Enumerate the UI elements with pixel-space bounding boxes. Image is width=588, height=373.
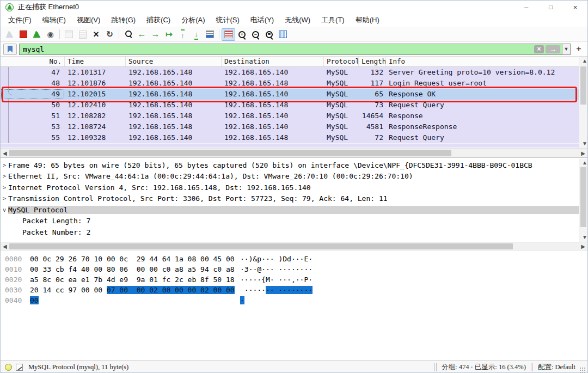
scroll-right-icon[interactable]: ▶ (581, 244, 585, 249)
hex-selected-bytes[interactable]: 07 00 00 02 00 00 00 02 00 00 (107, 286, 235, 294)
maximize-button[interactable]: □ (538, 1, 563, 14)
restart-capture-button[interactable] (30, 28, 44, 41)
detail-line[interactable]: >Ethernet II, Src: VMware_44:64:1a (00:0… (1, 171, 587, 182)
hex-ascii[interactable]: ·····{M· ···,··P· (240, 274, 313, 285)
capture-options-button[interactable] (44, 28, 57, 41)
minimize-button[interactable]: – (514, 1, 538, 14)
scrollbar-thumb[interactable] (9, 150, 451, 156)
menu-item[interactable]: 跳转(G) (106, 14, 141, 27)
hex-bytes[interactable]: 20 14 cc 97 00 00 07 00 00 02 00 00 00 0… (30, 285, 232, 295)
packet-row-51[interactable]: 5112.108282192.168.165.148192.168.165.14… (1, 111, 587, 121)
go-back-button[interactable] (135, 28, 149, 41)
scrollbar-thumb[interactable] (9, 243, 513, 249)
go-forward-button[interactable] (149, 28, 162, 41)
reload-button[interactable] (103, 28, 117, 41)
packet-row-50[interactable]: 5012.102410192.168.165.140192.168.165.14… (1, 100, 587, 111)
hex-bytes[interactable]: 00 33 cb f4 40 00 80 06 00 00 c0 a8 a5 9… (30, 264, 232, 274)
hex-bytes[interactable]: 00 (30, 295, 232, 305)
colorize-button[interactable] (222, 28, 235, 41)
menu-item[interactable]: 无线(W) (279, 14, 316, 27)
expand-icon[interactable]: > (1, 173, 8, 180)
find-packet-button[interactable] (121, 28, 135, 41)
column-header-source[interactable]: Source (126, 57, 222, 66)
details-vertical-scrollbar[interactable]: ▲ ▼ (579, 158, 587, 242)
resize-columns-button[interactable] (276, 28, 290, 41)
detail-line[interactable]: Packet Number: 2 (1, 227, 587, 238)
add-filter-button[interactable]: + (573, 44, 585, 55)
column-header-time[interactable]: Time (65, 57, 126, 66)
detail-line[interactable]: >Frame 49: 65 bytes on wire (520 bits), … (1, 160, 587, 171)
detail-line[interactable]: >Internet Protocol Version 4, Src: 192.1… (1, 182, 587, 193)
scroll-up-icon[interactable]: ▲ (582, 58, 587, 64)
scroll-right-icon[interactable]: ▶ (581, 151, 585, 156)
auto-scroll-button[interactable] (203, 28, 217, 41)
column-header-protocol[interactable]: Protocol (324, 57, 359, 66)
details-horizontal-scrollbar[interactable]: ◀ ▶ (1, 242, 587, 250)
packet-row-47[interactable]: 4712.101317192.168.165.148192.168.165.14… (1, 67, 587, 78)
scrollbar-thumb[interactable] (580, 167, 586, 227)
menu-item[interactable]: 编辑(E) (37, 14, 71, 27)
hex-selected-bytes[interactable]: 00 (30, 296, 39, 304)
hex-line[interactable]: 001000 33 cb f4 40 00 80 06 00 00 c0 a8 … (5, 264, 587, 274)
zoom-in-button[interactable] (235, 28, 249, 41)
clear-filter-icon[interactable]: × (534, 45, 544, 53)
close-button[interactable]: × (563, 1, 587, 14)
ascii-selected[interactable]: · (240, 296, 244, 304)
packet-row-53[interactable]: 5312.108724192.168.165.148192.168.165.14… (1, 121, 587, 132)
hex-line[interactable]: 000000 0c 29 26 70 10 00 0c 29 44 64 1a … (5, 254, 587, 264)
scroll-left-icon[interactable]: ◀ (3, 244, 7, 249)
expert-info-icon[interactable] (5, 364, 12, 371)
go-to-packet-button[interactable] (162, 28, 176, 41)
zoom-reset-button[interactable] (262, 28, 276, 41)
hex-line[interactable]: 004000· (5, 295, 587, 305)
go-last-button[interactable] (189, 28, 203, 41)
hex-bytes[interactable]: a5 8c 0c ea e1 7b 4d e9 9a 01 fc 2c eb 8… (30, 274, 232, 285)
menu-item[interactable]: 工具(T) (316, 14, 350, 27)
detail-line[interactable]: >Transmission Control Protocol, Src Port… (1, 193, 587, 205)
hex-ascii[interactable]: ······· ········ (240, 285, 313, 295)
hex-ascii[interactable]: · (240, 295, 244, 305)
packet-row-48[interactable]: 4812.101876192.168.165.140192.168.165.14… (1, 78, 587, 89)
packet-list-vertical-scrollbar[interactable]: ▲ ▼ (579, 57, 587, 148)
scroll-down-icon[interactable]: ▼ (582, 235, 587, 240)
capture-comment-icon[interactable] (16, 364, 23, 371)
profile-text[interactable]: 配置: Default (538, 363, 575, 372)
expand-icon[interactable]: > (1, 195, 8, 202)
packet-row-55[interactable]: 5512.109328192.168.165.140192.168.165.14… (1, 132, 587, 143)
column-header-destination[interactable]: Destination (222, 57, 324, 66)
bookmark-icon[interactable] (3, 44, 17, 55)
packet-row-49[interactable]: 4912.102015192.168.165.148192.168.165.14… (1, 89, 587, 100)
hex-ascii[interactable]: ·3··@··· ········ (240, 264, 313, 274)
menu-item[interactable]: 帮助(H) (350, 14, 385, 27)
menu-item[interactable]: 分析(A) (176, 14, 210, 27)
expand-icon[interactable]: > (1, 184, 8, 191)
column-header-info[interactable]: Info (386, 57, 587, 66)
expand-icon[interactable]: > (1, 162, 8, 169)
menu-item[interactable]: 视图(V) (71, 14, 106, 27)
stop-capture-button[interactable] (16, 28, 30, 41)
packet-row-partial[interactable] (1, 143, 587, 148)
scroll-up-icon[interactable]: ▲ (582, 160, 587, 166)
zoom-out-button[interactable] (249, 28, 262, 41)
menu-item[interactable]: 文件(F) (3, 14, 37, 27)
resize-grip[interactable] (579, 366, 586, 373)
ascii-selected[interactable]: ·· ········ (266, 286, 313, 294)
hex-line[interactable]: 0020a5 8c 0c ea e1 7b 4d e9 9a 01 fc 2c … (5, 274, 587, 285)
scrollbar-thumb[interactable] (580, 66, 586, 105)
menu-item[interactable]: 捕获(C) (141, 14, 176, 27)
column-header-length[interactable]: Length (359, 57, 386, 66)
column-header-no[interactable]: No. (1, 57, 65, 66)
go-first-button[interactable] (176, 28, 189, 41)
hex-ascii[interactable]: ··)&p··· )Dd···E· (240, 254, 313, 264)
packet-list-horizontal-scrollbar[interactable]: ◀ ▶ (1, 148, 587, 157)
apply-filter-icon[interactable]: → (546, 45, 560, 53)
detail-line[interactable]: vMySQL Protocol (1, 204, 587, 216)
detail-line[interactable]: Packet Length: 7 (1, 216, 587, 227)
scroll-down-icon[interactable]: ▼ (582, 141, 587, 146)
scroll-left-icon[interactable]: ◀ (3, 151, 7, 156)
hex-line[interactable]: 003020 14 cc 97 00 00 07 00 00 02 00 00 … (5, 285, 587, 295)
menu-item[interactable]: 统计(S) (210, 14, 244, 27)
filter-dropdown-icon[interactable]: ▼ (562, 44, 570, 54)
menu-item[interactable]: 电话(Y) (245, 14, 279, 27)
display-filter-input[interactable] (20, 45, 534, 53)
